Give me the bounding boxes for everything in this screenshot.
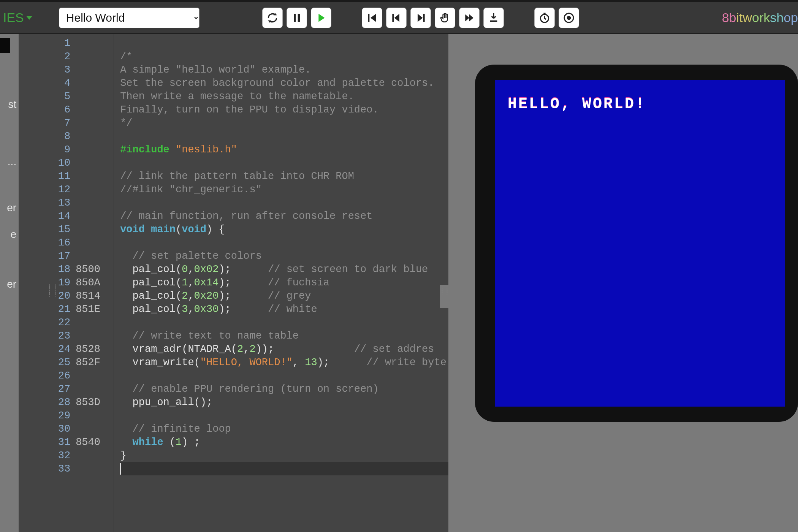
play-button[interactable] (311, 8, 331, 28)
sidebar-item[interactable]: er (0, 252, 19, 302)
download-button[interactable] (483, 8, 504, 28)
code-line[interactable]: Set the screen background color and pale… (120, 76, 448, 90)
code-line[interactable]: */ (120, 116, 448, 130)
step-back-button[interactable] (386, 8, 407, 28)
fast-forward-button[interactable] (459, 8, 480, 28)
line-number: 18 (19, 264, 76, 275)
svg-rect-2 (368, 14, 369, 22)
sidebar-item[interactable]: er (0, 179, 19, 225)
code-line[interactable] (120, 316, 448, 329)
code-line[interactable] (120, 369, 448, 382)
code-line[interactable]: } (120, 449, 448, 462)
code-line[interactable]: // main function, run after console rese… (120, 209, 448, 223)
sidebar-item-label: ... (8, 156, 16, 168)
debug-controls (362, 8, 504, 28)
code-line[interactable]: ppu_on_all(); (120, 396, 448, 409)
code-line[interactable]: pal_col(0,0x02); // set screen to dark b… (120, 263, 448, 276)
code-line[interactable]: while (1) ; (120, 435, 448, 449)
file-select[interactable]: Hello World (59, 8, 200, 28)
code-editor[interactable]: 123456789101112131415161718850019850A208… (19, 34, 448, 532)
address-label: 851E (76, 304, 106, 315)
code-token: 1 (182, 277, 188, 288)
code-token: 0 (182, 264, 188, 275)
line-number: 8 (19, 131, 76, 142)
line-number: 29 (19, 410, 76, 421)
code-line[interactable]: Then write a message to the nametable. (120, 90, 448, 103)
gutter-line: 26 (19, 369, 114, 382)
resize-grip-left[interactable]: ⋮⋮⋮⋮⋮⋮⋮⋮⋮⋮ (48, 285, 58, 296)
code-line[interactable]: void main(void) { (120, 223, 448, 236)
address-label: 8500 (76, 264, 106, 275)
code-token: pal_col( (120, 264, 182, 275)
emulator-screen[interactable]: HELLO, WORLD! (495, 80, 785, 407)
code-line[interactable] (120, 462, 448, 475)
address-label: 853D (76, 397, 106, 408)
code-token (120, 423, 132, 435)
play-icon (315, 12, 327, 24)
code-token: ) ; (182, 437, 200, 448)
sidebar-item-label: st (8, 98, 16, 110)
emulator-output-text: HELLO, WORLD! (508, 96, 646, 113)
code-line[interactable] (120, 130, 448, 143)
resize-grip-right[interactable]: ⋮⋮⋮⋮⋮⋮⋮⋮⋮⋮ (440, 285, 448, 308)
code-token (120, 383, 132, 395)
gutter-line: 7 (19, 116, 114, 130)
step-button[interactable] (410, 8, 431, 28)
code-line[interactable]: //#link "chr_generic.s" (120, 183, 448, 196)
refresh-icon (266, 12, 279, 24)
code-token: ) { (206, 224, 225, 235)
timing-button[interactable] (534, 8, 555, 28)
code-line[interactable]: // set palette colors (120, 249, 448, 263)
code-line[interactable]: pal_col(1,0x14); // fuchsia (120, 276, 448, 289)
line-number: 23 (19, 330, 76, 342)
toolbar: IES Hello World (0, 0, 798, 34)
code-token: 2 (237, 344, 243, 355)
code-token: pal_col( (120, 290, 182, 302)
code-token: 0x14 (194, 277, 219, 288)
sidebar-mystery-box (0, 38, 10, 53)
record-button[interactable] (559, 8, 579, 28)
code-token: #include (120, 144, 176, 155)
code-line[interactable]: // infinite loop (120, 422, 448, 435)
code-token: 1 (176, 437, 182, 448)
code-token: 2 (249, 344, 255, 355)
gutter-line: 16 (19, 236, 114, 249)
code-line[interactable] (120, 156, 448, 169)
code-token: , (293, 357, 305, 368)
code-line[interactable]: /* (120, 50, 448, 63)
code-line[interactable]: // write text to name table (120, 329, 448, 342)
code-token: 0x30 (194, 304, 219, 315)
code-line[interactable]: vram_adr(NTADR_A(2,2)); // set addres (120, 342, 448, 356)
code-token: // link the pattern table into CHR ROM (120, 171, 354, 182)
code-line[interactable]: A simple "hello world" example. (120, 63, 448, 76)
code-token: ); (218, 304, 268, 315)
address-label: 852F (76, 357, 106, 368)
code-area[interactable]: /*A simple "hello world" example.Set the… (114, 34, 448, 532)
restart-button[interactable] (362, 8, 382, 28)
code-line[interactable] (120, 409, 448, 422)
gutter-line: 13 (19, 196, 114, 209)
step-out-button[interactable] (435, 8, 455, 28)
code-line[interactable] (120, 196, 448, 209)
gutter-line: 21851E (19, 302, 114, 316)
code-line[interactable]: #include "neslib.h" (120, 143, 448, 156)
code-token: 0x02 (194, 264, 219, 275)
code-line[interactable] (120, 236, 448, 249)
line-number: 30 (19, 423, 76, 435)
code-token: // white (268, 304, 317, 315)
code-line[interactable]: pal_col(3,0x30); // white (120, 302, 448, 316)
sidebar-item[interactable]: e (0, 225, 19, 252)
platform-dropdown[interactable]: IES (3, 10, 36, 25)
code-line[interactable] (120, 36, 448, 50)
code-line[interactable]: pal_col(2,0x20); // grey (120, 289, 448, 302)
code-line[interactable]: Finally, turn on the PPU to display vide… (120, 103, 448, 116)
sidebar-item[interactable]: st (0, 87, 19, 122)
code-line[interactable]: // link the pattern table into CHR ROM (120, 169, 448, 183)
pause-button[interactable] (287, 8, 307, 28)
platform-label: IES (3, 10, 24, 25)
sidebar-item-label: e (11, 228, 17, 240)
rebuild-button[interactable] (262, 8, 283, 28)
code-line[interactable]: vram_write("HELLO, WORLD!", 13); // writ… (120, 356, 448, 369)
sidebar-item[interactable]: ... (0, 122, 19, 179)
code-line[interactable]: // enable PPU rendering (turn on screen) (120, 382, 448, 396)
